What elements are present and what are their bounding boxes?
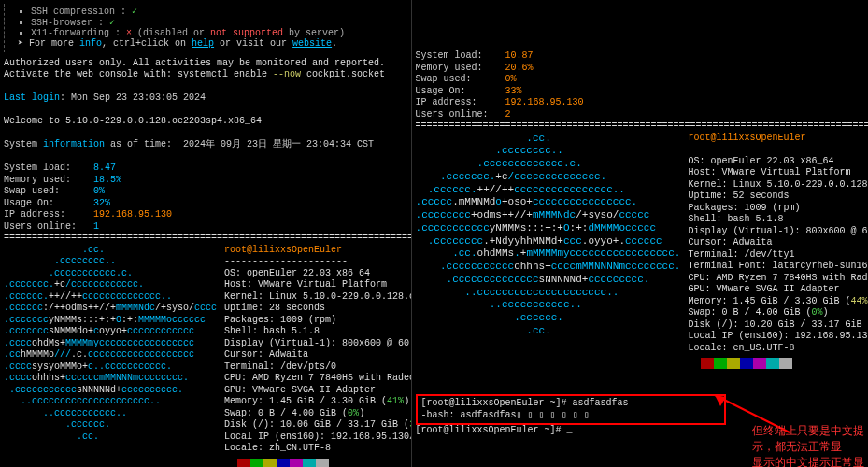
colorbar-left	[224, 459, 329, 468]
separator: ========================================…	[4, 233, 407, 245]
rnf-host: Host: VMware Virtual Platform	[688, 167, 868, 179]
r-separator: ========================================…	[416, 120, 864, 133]
blank	[4, 81, 407, 93]
r-cmd-input-1[interactable]: [root@lilixxsOpenEuler ~]# asdfasdfas	[421, 398, 720, 410]
nf-packages: Packages: 1009 (rpm)	[224, 315, 411, 327]
right-command-box: [root@lilixxsOpenEuler ~]# asdfasdfas -b…	[416, 394, 726, 425]
rnf-localip: Local IP (ens160): 192.168.95.130/24	[688, 331, 868, 343]
r-stat-usage-on: Usage On: 33%	[416, 86, 864, 98]
blank	[4, 128, 407, 140]
ssh-browser-line: SSH-browser : ✓	[31, 17, 400, 28]
rnf-gpu: GPU: VMware SVGA II Adapter	[688, 284, 868, 296]
colorbar-right	[688, 358, 792, 369]
stat-ip: IP address: 192.168.95.130	[4, 209, 407, 221]
last-login: Last login: Mon Sep 23 23:03:05 2024	[4, 92, 407, 105]
ascii-logo-right: .cc. .cccccccc.. .ccccccccccccc.c. .cccc…	[416, 133, 681, 373]
neofetch-block-right: .cc. .cccccccc.. .ccccccccccccc.c. .cccc…	[416, 133, 864, 373]
nf-disk: Disk (/): 10.06 GiB / 33.17 GiB (30%) - …	[224, 419, 411, 432]
right-annotation-2: 显示的中文提示正常显示	[752, 455, 864, 467]
nf-cpu: CPU: AMD Ryzen 7 7840HS with Radeon 780M…	[224, 373, 411, 385]
nf-host: Host: VMware Virtual Platform	[224, 279, 411, 291]
auth-msg1: Authorized users only. All activities ma…	[4, 58, 407, 70]
r-stat-system-load: System load: 10.87	[416, 50, 864, 63]
stat-system-load: System load: 8.47	[4, 163, 407, 175]
rnf-disk: Disk (/): 10.20 GiB / 33.17 GiB (31%) - …	[688, 319, 868, 332]
auth-msg2: Activate the web console with: systemctl…	[4, 69, 407, 81]
rnf-kernel: Kernel: Linux 5.10.0-229.0.0.128.oe2203s…	[688, 179, 868, 191]
stat-usage-on: Usage On: 32%	[4, 198, 407, 210]
r-stat-memory-used: Memory used: 20.6%	[416, 63, 864, 75]
rnf-packages: Packages: 1009 (rpm)	[688, 203, 868, 215]
nf-uptime: Uptime: 28 seconds	[224, 303, 411, 315]
help-link[interactable]: help	[192, 38, 214, 49]
r-cmd-error-1: -bash: asdfasdfas▯ ▯ ▯ ▯ ▯ ▯ ▯	[421, 410, 720, 422]
ascii-logo-left: .cc. .cccccccc.. .ccccccccccc.c. .cccccc…	[4, 245, 217, 468]
nf-os: OS: openEuler 22.03 x86_64	[224, 268, 411, 280]
stat-users: Users online: 1	[4, 221, 407, 234]
nf-localip: Local IP (ens160): 192.168.95.130/24	[224, 432, 411, 444]
r-stat-swap-used: Swap used: 0%	[416, 74, 864, 86]
stat-memory-used: Memory used: 18.5%	[4, 175, 407, 187]
nf-terminal: Terminal: /dev/pts/0	[224, 361, 411, 374]
blank	[4, 151, 407, 163]
welcome-line: Welcome to 5.10.0-229.0.0.128.oe2203sp4.…	[4, 116, 407, 128]
nf-display: Display (Virtual-1): 800x600 @ 60 Hz	[224, 338, 411, 350]
rnf-shell: Shell: bash 5.1.8	[688, 214, 868, 226]
more-info-line: ➤ For more info, ctrl+click on help or v…	[12, 38, 400, 50]
nf-shell: Shell: bash 5.1.8	[224, 326, 411, 338]
nf-locale: Locale: zh_CN.UTF-8	[224, 443, 411, 455]
x11-forwarding-line: X11-forwarding : × (disabled or not supp…	[31, 28, 400, 38]
neofetch-info-left: root@lilixxsOpenEuler ------------------…	[217, 245, 411, 468]
neofetch-block: .cc. .cccccccc.. .ccccccccccc.c. .cccccc…	[4, 245, 407, 468]
rnf-uptime: Uptime: 52 seconds	[688, 191, 868, 203]
rnf-os: OS: openEuler 22.03 x86_64	[688, 156, 868, 168]
nf-cursor: Cursor: Adwaita	[224, 349, 411, 361]
ssh-header: SSH compression : ✓ SSH-browser : ✓ X11-…	[4, 4, 407, 52]
r-stat-users: Users online: 2	[416, 109, 864, 121]
ssh-compression-line: SSH compression : ✓	[31, 6, 400, 17]
right-terminal-pane: System load: 10.87 Memory used: 20.6% Sw…	[412, 0, 868, 467]
rnf-cpu: CPU: AMD Ryzen 7 7840HS with Radeon 780M…	[688, 273, 868, 285]
rnf-display: Display (Virtual-1): 800x600 @ 60 Hz	[688, 226, 868, 238]
neofetch-info-right: root@lilixxsOpenEuler ------------------…	[680, 133, 868, 373]
rnf-cursor: Cursor: Adwaita	[688, 237, 868, 249]
blank	[4, 105, 407, 117]
nf-swap: Swap: 0 B / 4.00 GiB (0%)	[224, 408, 411, 420]
website-link[interactable]: website	[292, 38, 332, 49]
r-stat-ip: IP address: 192.168.95.130	[416, 97, 864, 109]
nf-gpu: GPU: VMware SVGA II Adapter	[224, 385, 411, 397]
stat-swap-used: Swap used: 0%	[4, 186, 407, 198]
nf-kernel: Kernel: Linux 5.10.0-229.0.0.128.oe2203s…	[224, 291, 411, 304]
rnf-terminal-font: Terminal Font: latarcyrheb-sun16	[688, 261, 868, 273]
rnf-swap: Swap: 0 B / 4.00 GiB (0%)	[688, 307, 868, 319]
right-annotation-1: 但终端上只要是中文提示，都无法正常显	[752, 423, 864, 455]
rnf-memory: Memory: 1.45 GiB / 3.30 GiB (44%)	[688, 296, 868, 308]
left-terminal-pane: SSH compression : ✓ SSH-browser : ✓ X11-…	[0, 0, 412, 467]
nf-memory: Memory: 1.45 GiB / 3.30 GiB (41%)	[224, 396, 411, 408]
sysinfo-time: System information as of time: 2024年 09月…	[4, 139, 407, 151]
rnf-terminal: Terminal: /dev/tty1	[688, 249, 868, 262]
rnf-locale: Locale: en_US.UTF-8	[688, 343, 868, 355]
